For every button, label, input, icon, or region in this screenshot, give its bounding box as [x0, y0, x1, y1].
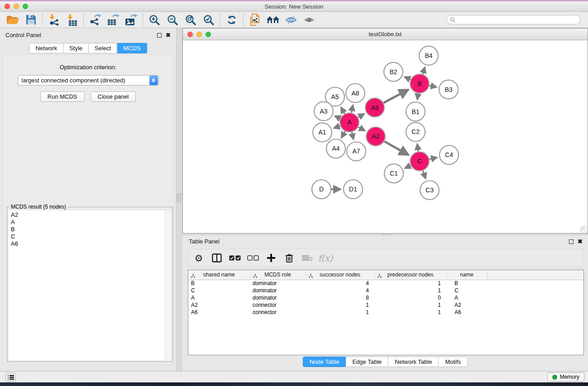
tab-network[interactable]: Network: [29, 43, 63, 53]
trash-icon[interactable]: [282, 251, 296, 265]
graph-node-B4[interactable]: B4: [419, 46, 438, 65]
graph-node-B2[interactable]: B2: [384, 62, 403, 81]
graph-node-A[interactable]: A: [340, 113, 359, 132]
duplicate-network-icon[interactable]: [246, 13, 264, 27]
edge-C-C1[interactable]: [405, 166, 411, 168]
eye-icon[interactable]: [300, 13, 318, 27]
cell-shared-name[interactable]: A2: [188, 301, 250, 309]
edge-A2-C[interactable]: [384, 141, 408, 155]
edge-C-C2[interactable]: [417, 144, 418, 152]
import-table-icon[interactable]: [63, 13, 81, 27]
close-panel-icon[interactable]: ✖: [166, 33, 171, 38]
table-row[interactable]: A6connector11A6: [188, 309, 583, 316]
cell-successor-nodes[interactable]: 4: [306, 287, 374, 294]
float-panel-icon[interactable]: [569, 239, 574, 244]
edge-A-A8[interactable]: [351, 105, 353, 113]
task-history-button[interactable]: [5, 373, 16, 381]
edge-A6-B[interactable]: [383, 90, 408, 103]
zoom-fit-icon[interactable]: [182, 13, 200, 27]
zoom-out-icon[interactable]: [163, 13, 182, 27]
node-table[interactable]: shared name MCDS role successor nodes pr…: [188, 270, 584, 355]
tab-select[interactable]: Select: [89, 43, 117, 53]
graph-node-C[interactable]: C: [410, 152, 429, 171]
edge-B-B1[interactable]: [417, 93, 418, 99]
result-list-item[interactable]: A6: [9, 240, 165, 248]
add-column-icon[interactable]: [264, 251, 278, 265]
cell-successor-nodes[interactable]: 1: [306, 301, 374, 309]
cell-successor-nodes[interactable]: 1: [306, 309, 374, 316]
cell-name[interactable]: C: [446, 287, 487, 294]
graph-node-A2[interactable]: A2: [366, 127, 385, 146]
splitter-handle[interactable]: [177, 194, 181, 202]
edge-B-B3[interactable]: [430, 86, 436, 87]
unchecked-boxes-icon[interactable]: [246, 251, 260, 265]
tab-motifs[interactable]: Motifs: [439, 357, 468, 367]
graph-node-B3[interactable]: B3: [439, 80, 458, 99]
result-list-item[interactable]: A: [9, 219, 165, 226]
column-header-successor-nodes[interactable]: successor nodes: [306, 270, 374, 280]
edge-B-B2[interactable]: [405, 77, 411, 80]
search-field[interactable]: [446, 15, 580, 24]
export-network-icon[interactable]: [86, 13, 104, 27]
column-header-mcds-role[interactable]: MCDS role: [250, 270, 306, 280]
graph-node-C2[interactable]: C2: [406, 123, 425, 142]
edge-C-C4[interactable]: [430, 157, 437, 159]
graph-node-C3[interactable]: C3: [420, 181, 439, 200]
cell-mcds-role[interactable]: dominator: [250, 287, 306, 294]
cell-name[interactable]: A2: [446, 301, 487, 309]
edge-A-A2[interactable]: [358, 127, 364, 131]
cell-mcds-role[interactable]: dominator: [250, 280, 306, 287]
edge-A-A3[interactable]: [335, 116, 340, 119]
result-list-item[interactable]: A2: [9, 211, 165, 219]
graph-node-A1[interactable]: A1: [313, 123, 332, 142]
network-canvas[interactable]: B4B2BB3B1A5A8A6A3AA1C2A2A4A7CC1C4C3DD1: [183, 40, 588, 233]
cell-successor-nodes[interactable]: 8: [306, 294, 374, 301]
eye-slash-icon[interactable]: [282, 13, 300, 27]
tab-node-table[interactable]: Node Table: [303, 357, 346, 367]
tab-network-table[interactable]: Network Table: [388, 357, 439, 367]
edge-A-A4[interactable]: [342, 131, 345, 138]
export-table-icon[interactable]: [104, 13, 122, 27]
graph-node-C1[interactable]: C1: [384, 164, 403, 183]
search-input[interactable]: [458, 17, 577, 23]
edge-A-A7[interactable]: [352, 132, 354, 139]
checked-boxes-icon[interactable]: [228, 251, 242, 265]
edge-A-A5[interactable]: [341, 108, 344, 114]
tab-mcds[interactable]: MCDS: [117, 43, 147, 53]
graph-node-A7[interactable]: A7: [347, 142, 366, 161]
result-list-item[interactable]: C: [9, 233, 165, 240]
memory-button[interactable]: Memory: [547, 372, 584, 381]
cell-mcds-role[interactable]: dominator: [250, 294, 306, 301]
cell-predecessor-nodes[interactable]: 1: [374, 309, 446, 316]
table-row[interactable]: Bdominator41B: [188, 280, 583, 287]
graph-node-D[interactable]: D: [312, 180, 331, 199]
cell-predecessor-nodes[interactable]: 1: [374, 301, 446, 309]
double-house-icon[interactable]: [264, 13, 282, 27]
zoom-in-icon[interactable]: [145, 13, 163, 27]
resize-grip-icon[interactable]: [580, 226, 587, 233]
cell-shared-name[interactable]: B: [188, 280, 250, 287]
edge-A-A6[interactable]: [358, 114, 364, 118]
cell-predecessor-nodes[interactable]: 1: [374, 280, 446, 287]
refresh-icon[interactable]: [223, 13, 241, 27]
save-floppy-icon[interactable]: [22, 13, 40, 27]
gear-icon[interactable]: ⚙: [192, 251, 206, 265]
table-row[interactable]: Adominator80A: [188, 294, 583, 301]
import-network-icon[interactable]: [45, 13, 63, 27]
close-panel-icon[interactable]: ✖: [578, 239, 583, 244]
table-row[interactable]: A2connector11A2: [188, 301, 583, 309]
graph-node-A8[interactable]: A8: [346, 84, 365, 103]
tab-edge-table[interactable]: Edge Table: [346, 357, 388, 367]
cell-predecessor-nodes[interactable]: 1: [374, 287, 446, 294]
cell-name[interactable]: A: [446, 294, 487, 301]
graph-node-B[interactable]: B: [410, 74, 429, 93]
column-header-shared-name[interactable]: shared name: [188, 270, 250, 280]
mcds-result-list[interactable]: A2ABCA6: [9, 210, 165, 360]
graph-node-A4[interactable]: A4: [326, 139, 345, 158]
zoom-selected-icon[interactable]: [200, 13, 218, 27]
cell-name[interactable]: A6: [446, 309, 487, 316]
float-panel-icon[interactable]: [157, 33, 162, 38]
cell-shared-name[interactable]: C: [188, 287, 250, 294]
open-folder-icon[interactable]: [4, 13, 22, 27]
export-image-icon[interactable]: [122, 13, 140, 27]
